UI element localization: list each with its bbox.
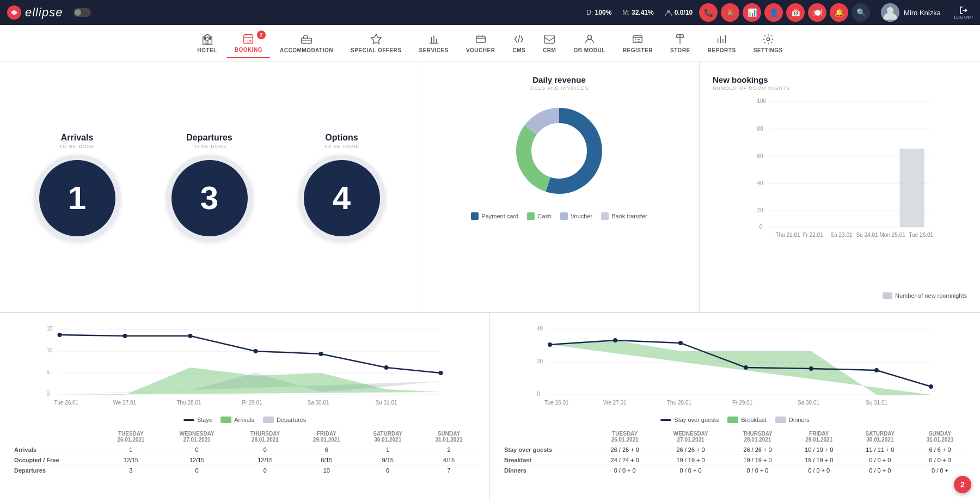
- arrivals-title: Arrivals: [61, 133, 94, 143]
- svg-marker-69: [550, 340, 931, 395]
- table-row: Arrivals 1 0 0 6 1 2: [11, 445, 479, 455]
- svg-rect-7: [204, 38, 206, 40]
- svg-rect-10: [302, 38, 311, 43]
- svg-text:Thu 21.01: Thu 21.01: [776, 232, 800, 238]
- nav-register[interactable]: REGISTER: [615, 29, 660, 58]
- icon-phone[interactable]: 📞: [699, 3, 718, 22]
- legend-departures: Departures: [263, 417, 306, 423]
- svg-point-72: [678, 341, 683, 345]
- options-title: Options: [325, 133, 358, 143]
- svg-point-70: [548, 342, 552, 347]
- nav-crm[interactable]: CRM: [535, 29, 564, 58]
- svg-point-71: [613, 338, 617, 342]
- right-chart-panel: 40 20 0: [490, 313, 980, 502]
- nav-settings[interactable]: SETTINGS: [746, 29, 791, 58]
- svg-text:15: 15: [47, 326, 53, 332]
- avatar: [881, 3, 899, 22]
- bookings-legend: Number of new roomnights: [713, 292, 967, 299]
- arrivals-panel: Arrivals TO BE DONE 1 Departures TO BE D…: [0, 62, 419, 312]
- rcol-friday: FRIDAY 29.01.2021: [789, 428, 849, 445]
- logo[interactable]: ellipse: [7, 5, 63, 20]
- svg-text:Sa 30.01: Sa 30.01: [308, 400, 329, 406]
- donut-chart: [510, 102, 608, 201]
- svg-point-51: [188, 334, 193, 338]
- floating-badge: 2: [954, 476, 971, 493]
- table-row: Dinners 0 / 0 + 0 0 / 0 + 0 0 / 0 + 0 0 …: [501, 466, 969, 476]
- svg-point-49: [58, 333, 62, 337]
- svg-text:100: 100: [757, 98, 767, 104]
- legend-roomnights-label: Number of new roomnights: [895, 292, 967, 299]
- rcol-wednesday: WEDNESDAY 27.01.2021: [655, 428, 726, 445]
- svg-text:Thu 28.01: Thu 28.01: [667, 400, 691, 406]
- nav-ob-modul[interactable]: OB MODUL: [566, 29, 612, 58]
- table-row: Stay over guests 26 / 26 + 0 26 / 26 + 0…: [501, 445, 969, 455]
- icon-person[interactable]: 👤: [764, 3, 783, 22]
- departures-widget: Departures TO BE DONE 3: [166, 133, 253, 242]
- navbar: HOTEL 15 BOOKING 2 ACCOMMODATION SPECIAL…: [0, 25, 980, 62]
- svg-marker-48: [60, 368, 441, 395]
- icon-search[interactable]: 🔍: [852, 3, 870, 22]
- svg-text:Mon 25.01: Mon 25.01: [880, 232, 906, 238]
- user-name: Miro Knizka: [904, 9, 941, 17]
- legend-breakfast: Breakfast: [727, 417, 766, 423]
- theme-toggle[interactable]: [74, 8, 91, 17]
- revenue-panel: Daily revenue BILLS AND INVOICES Payment…: [419, 62, 700, 312]
- arrivals-widget: Arrivals TO BE DONE 1: [34, 133, 121, 242]
- svg-point-75: [874, 368, 879, 372]
- icon-bike[interactable]: 🚴: [721, 3, 739, 22]
- logout-label: LOG OUT: [954, 15, 973, 20]
- icon-bell[interactable]: 🔔: [830, 3, 848, 22]
- bookings-bar-chart: 100 80 60 40 20 0 Thu 21.01: [713, 96, 967, 290]
- svg-text:80: 80: [757, 126, 764, 132]
- svg-text:Su 31.01: Su 31.01: [376, 400, 397, 406]
- arrivals-circle-value: 1: [39, 160, 115, 236]
- svg-point-15: [767, 38, 770, 41]
- svg-text:Su 31.01: Su 31.01: [866, 400, 887, 406]
- nav-reports[interactable]: REPORTS: [700, 29, 744, 58]
- svg-rect-12: [544, 35, 554, 44]
- svg-text:0: 0: [537, 391, 540, 397]
- svg-point-55: [439, 371, 443, 375]
- bottom-section: 15 10 5 0: [0, 313, 980, 502]
- right-data-table: TUESDAY 26.01.2021 WEDNESDAY 27.01.2021 …: [501, 428, 969, 475]
- nav-store[interactable]: STORE: [663, 29, 698, 58]
- top-section: Arrivals TO BE DONE 1 Departures TO BE D…: [0, 62, 980, 313]
- left-data-table: TUESDAY 26.01.2021 WEDNESDAY 27.01.2021 …: [11, 428, 479, 475]
- svg-rect-11: [476, 36, 485, 43]
- icon-chart[interactable]: 📊: [743, 3, 761, 22]
- col-wednesday: WEDNESDAY 27.01.2021: [161, 428, 234, 445]
- revenue-legend: Payment card Cash Voucher Bank transfer: [471, 212, 647, 220]
- arrivals-sub: TO BE DONE: [59, 144, 95, 149]
- icon-calendar-red[interactable]: 📅: [786, 3, 805, 22]
- options-widget: Options TO BE DONE 4: [298, 133, 385, 242]
- col-friday: FRIDAY 29.01.2021: [297, 428, 356, 445]
- options-sub: TO BE DONE: [324, 144, 359, 149]
- nav-special-offers-label: SPECIAL OFFERS: [351, 47, 402, 53]
- arrivals-circle-outer: 1: [34, 155, 121, 242]
- svg-text:Fr 22.01: Fr 22.01: [803, 232, 824, 238]
- nav-store-label: STORE: [670, 47, 690, 53]
- legend-payment-card: Payment card: [471, 212, 518, 220]
- nav-cms[interactable]: CMS: [505, 29, 533, 58]
- bookings-panel: New bookings NUMBER OF ROOM NIGHTS 100 8…: [700, 62, 980, 312]
- nav-accommodation[interactable]: ACCOMMODATION: [272, 29, 341, 58]
- nav-settings-label: SETTINGS: [754, 47, 783, 53]
- nav-booking[interactable]: 15 BOOKING 2: [227, 28, 270, 58]
- svg-text:10: 10: [47, 347, 53, 353]
- table-row: Departures 3 0 0 10 0 7: [11, 466, 479, 476]
- nav-voucher[interactable]: VOUCHER: [458, 29, 503, 58]
- svg-text:Su 24.01: Su 24.01: [856, 232, 878, 238]
- icon-food[interactable]: 🍽️: [808, 3, 826, 22]
- nav-hotel-label: HOTEL: [197, 47, 217, 53]
- svg-text:5: 5: [47, 369, 50, 375]
- nav-special-offers[interactable]: SPECIAL OFFERS: [343, 29, 409, 58]
- right-chart-legend: Stay over guests Breakfast Dinners: [501, 417, 969, 423]
- nav-services[interactable]: SERVICES: [412, 29, 456, 58]
- nav-hotel[interactable]: HOTEL: [189, 29, 224, 58]
- logout-button[interactable]: LOG OUT: [954, 6, 973, 20]
- col-sunday: SUNDAY 31.01.2021: [419, 428, 479, 445]
- user-profile[interactable]: Miro Knizka: [881, 3, 941, 22]
- svg-text:15: 15: [247, 39, 252, 44]
- svg-point-50: [123, 334, 127, 338]
- svg-text:Tue 26.01: Tue 26.01: [544, 400, 569, 406]
